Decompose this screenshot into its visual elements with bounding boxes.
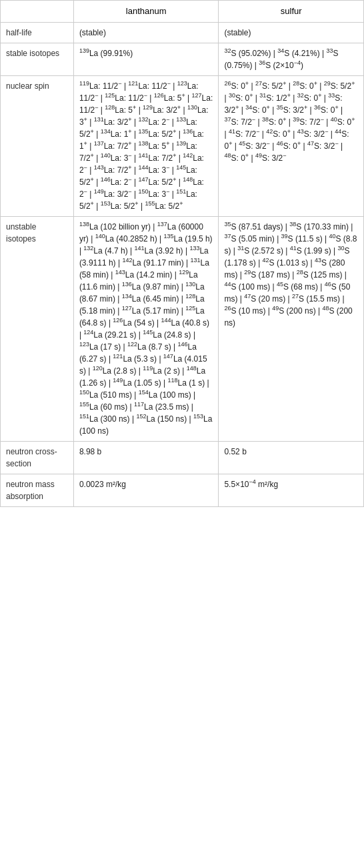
col-header-empty [1,1,74,23]
lanthanum-cell-5: 0.0023 m²/kg [73,474,219,506]
sulfur-cell-3: 35S (87.51 days) | 38S (170.33 min) | 37… [219,216,364,441]
sulfur-cell-5: 5.5×10−4 m²/kg [219,474,364,506]
col-header-sulfur: sulfur [219,1,364,23]
row-label-1: stable isotopes [1,43,74,75]
sulfur-cell-2: 26S: 0+ | 27S: 5/2+ | 28S: 0+ | 29S: 5/2… [219,75,364,216]
row-label-5: neutron mass absorption [1,474,74,506]
row-label-3: unstable isotopes [1,216,74,441]
lanthanum-cell-4: 8.98 b [73,441,219,474]
row-label-4: neutron cross-section [1,441,74,474]
sulfur-cell-1: 32S (95.02%) | 34S (4.21%) | 33S (0.75%)… [219,43,364,75]
sulfur-cell-4: 0.52 b [219,441,364,474]
lanthanum-cell-3: 138La (102 billion yr) | 137La (60000 yr… [73,216,219,441]
sulfur-cell-0: (stable) [219,22,364,43]
lanthanum-cell-1: 139La (99.91%) [73,43,219,75]
col-header-lanthanum: lanthanum [73,1,219,23]
row-label-0: half-life [1,22,74,43]
lanthanum-cell-2: 119La: 11/2− | 121La: 11/2− | 123La: 11/… [73,75,219,216]
lanthanum-cell-0: (stable) [73,22,219,43]
row-label-2: nuclear spin [1,75,74,216]
